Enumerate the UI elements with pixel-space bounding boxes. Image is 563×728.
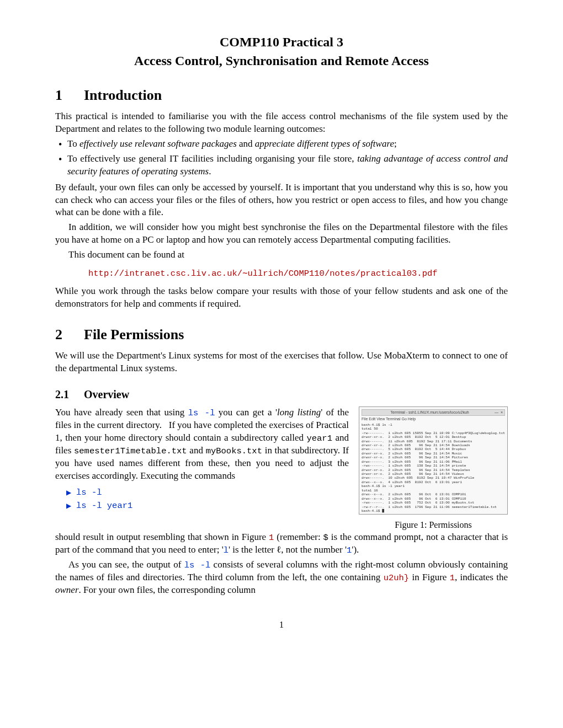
file-semester1: semester1Timetable.txt: [74, 446, 187, 456]
section-1-number: 1: [55, 85, 84, 105]
after-fig-para-1: should result in output resembling that …: [55, 531, 508, 556]
doc-title-line1: COMP110 Practical 3: [55, 33, 508, 51]
learning-outcomes-list: To effectively use relevant software pac…: [55, 138, 508, 178]
after-fig-para-2: As you can see, the output of ls -l cons…: [55, 559, 508, 597]
page-number: 1: [55, 619, 508, 631]
section-1-heading: 1Introduction: [55, 85, 508, 105]
figure-1-caption: Figure 1: Permissions: [359, 519, 508, 531]
prompt-triangle-icon: ▶: [66, 501, 73, 510]
subsection-2-1-number: 2.1: [55, 387, 84, 402]
file-mybooks: myBooks.txt: [206, 446, 262, 456]
intro-para-1: This practical is intended to familiaris…: [55, 110, 508, 136]
cmd-ls-l: ls -l: [76, 488, 102, 497]
cmd-ls-l-year1: ls -l year1: [76, 501, 132, 511]
pdf-link[interactable]: http://intranet.csc.liv.ac.uk/∼ullrich/C…: [88, 269, 438, 279]
terminal-output: bash-4.1$ ls -ltotal 50-rw-------. 1 u2k…: [362, 423, 505, 513]
dollar-prompt: $: [323, 533, 328, 543]
figure-ref-1[interactable]: 1: [269, 533, 274, 543]
section-2-heading: 2File Permissions: [55, 325, 508, 344]
sec2-para-1: We will use the Department's Linux syste…: [55, 350, 508, 375]
terminal-titlebar: Terminal - ssh1.LINUX.mun:/users/loco/u2…: [362, 409, 505, 416]
doc-title-line2: Access Control, Synchronisation and Remo…: [55, 52, 508, 69]
list-item: To effectively use relevant software pac…: [61, 138, 508, 151]
intro-para-3: In addition, we will consider how you mi…: [55, 221, 508, 247]
prompt-triangle-icon: ▶: [66, 488, 73, 497]
intro-para-4: This document can be found at: [55, 249, 508, 261]
command-list: ▶ls -l ▶ls -l year1: [66, 486, 349, 512]
ls-l-command-2: ls -l: [184, 560, 211, 570]
number-1: 1: [347, 545, 352, 555]
figure-1-terminal: Terminal - ssh1.LINUX.mun:/users/loco/u2…: [359, 406, 508, 515]
year1-dir: year1: [306, 433, 332, 443]
list-item: To effectively use general IT facilities…: [61, 153, 508, 178]
subsection-2-1-heading: 2.1Overview: [55, 387, 508, 402]
terminal-menubar: File Edit View Terminal Go Help: [362, 417, 505, 421]
figure-ref-1b[interactable]: 1: [450, 573, 455, 583]
intro-para-5: While you work through the tasks below c…: [55, 285, 508, 311]
intro-para-2: By default, your own files can only be a…: [55, 181, 508, 220]
letter-l: l: [224, 545, 229, 555]
document-url: http://intranet.csc.liv.ac.uk/∼ullrich/C…: [88, 267, 508, 280]
overview-para: You have already seen that using ls -l y…: [55, 406, 349, 483]
ls-l-command: ls -l: [188, 408, 215, 418]
owner-username: u2uh}: [384, 573, 410, 583]
section-2-number: 2: [55, 325, 84, 344]
